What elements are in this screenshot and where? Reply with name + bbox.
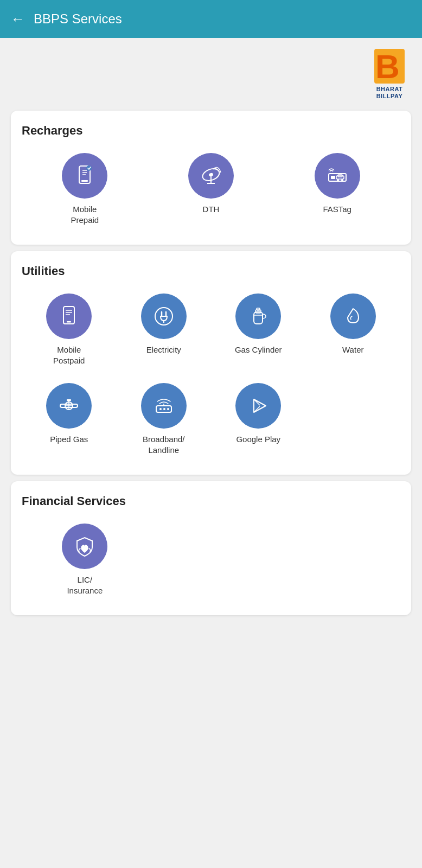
mobile-postpaid-label: MobilePostpaid: [53, 344, 85, 366]
financial-grid: LIC/Insurance: [22, 519, 400, 600]
dth-icon: [199, 164, 223, 188]
recharges-card: Recharges MobilePrepaid: [11, 111, 411, 245]
svg-text:B: B: [375, 48, 400, 85]
google-play-icon: [246, 394, 270, 418]
brand-name-label: BHARATBILLPAY: [376, 86, 403, 100]
electricity-icon: [152, 304, 176, 328]
fastag-label: FASTag: [323, 204, 351, 215]
utilities-item-mobile-postpaid[interactable]: MobilePostpaid: [22, 289, 117, 370]
piped-gas-icon-circle: [46, 383, 92, 429]
bharat-billpay-logo: B BHARATBILLPAY: [370, 47, 409, 100]
svg-rect-16: [67, 321, 71, 323]
utilities-item-gas-cylinder[interactable]: Gas Cylinder: [211, 289, 306, 370]
svg-rect-21: [257, 308, 260, 310]
electricity-label: Electricity: [146, 344, 181, 355]
svg-point-30: [159, 408, 162, 410]
utilities-item-broadband[interactable]: Broadband/Landline: [117, 379, 212, 459]
google-play-label: Google Play: [236, 434, 280, 445]
svg-rect-11: [336, 176, 344, 179]
utilities-row1: MobilePostpaid Electricity: [22, 289, 400, 370]
recharges-grid: MobilePrepaid DTH: [22, 149, 400, 229]
water-icon: [341, 304, 365, 328]
mobile-prepaid-icon-circle: [62, 153, 107, 199]
recharges-item-fastag[interactable]: FASTag: [274, 149, 400, 229]
svg-point-8: [208, 173, 214, 177]
app-header: ← BBPS Services: [0, 0, 422, 38]
page-title: BBPS Services: [34, 11, 122, 27]
water-label: Water: [342, 344, 363, 355]
billpay-logo-icon: B: [370, 47, 409, 86]
svg-rect-10: [331, 176, 335, 179]
utilities-row2: Piped Gas Broadband/Landline: [22, 379, 400, 459]
svg-rect-26: [67, 399, 71, 401]
mobile-prepaid-label: MobilePrepaid: [71, 204, 99, 225]
lic-label: LIC/Insurance: [67, 575, 103, 596]
recharges-title: Recharges: [22, 124, 400, 138]
utilities-item-google-play[interactable]: Google Play: [211, 379, 306, 459]
svg-point-14: [341, 179, 343, 181]
mobile-postpaid-icon: [57, 304, 81, 328]
fastag-icon-circle: [315, 153, 360, 199]
svg-rect-19: [254, 312, 263, 324]
broadband-icon-circle: [141, 383, 187, 429]
back-button[interactable]: ←: [11, 11, 25, 28]
recharges-item-mobile-prepaid[interactable]: MobilePrepaid: [22, 149, 148, 229]
water-icon-circle: [330, 293, 376, 339]
gas-cylinder-icon-circle: [235, 293, 281, 339]
mobile-postpaid-icon-circle: [46, 293, 92, 339]
dth-icon-circle: [188, 153, 234, 199]
brand-area: B BHARATBILLPAY: [0, 38, 422, 104]
recharges-item-dth[interactable]: DTH: [148, 149, 274, 229]
fastag-icon: [325, 164, 349, 188]
svg-point-13: [337, 179, 339, 181]
financial-services-card: Financial Services LIC/Insurance: [11, 481, 411, 615]
broadband-label: Broadband/Landline: [143, 434, 185, 455]
google-play-icon-circle: [235, 383, 281, 429]
lic-icon: [73, 534, 97, 558]
svg-point-4: [86, 165, 92, 171]
utilities-card: Utilities MobilePostpaid: [11, 251, 411, 475]
utilities-title: Utilities: [22, 264, 400, 278]
broadband-icon: [152, 394, 176, 418]
svg-rect-3: [81, 180, 88, 182]
utilities-item-water[interactable]: Water: [306, 289, 401, 370]
utilities-item-piped-gas[interactable]: Piped Gas: [22, 379, 117, 459]
electricity-icon-circle: [141, 293, 187, 339]
lic-icon-circle: [62, 524, 107, 569]
gas-cylinder-label: Gas Cylinder: [235, 344, 282, 355]
gas-cylinder-icon: [246, 304, 270, 328]
financial-item-lic[interactable]: LIC/Insurance: [22, 519, 148, 600]
utilities-item-electricity[interactable]: Electricity: [117, 289, 212, 370]
svg-point-32: [167, 408, 169, 410]
piped-gas-icon: [57, 394, 81, 418]
dth-label: DTH: [203, 204, 220, 215]
piped-gas-label: Piped Gas: [50, 434, 88, 445]
svg-point-31: [163, 408, 165, 410]
mobile-prepaid-icon: [73, 164, 97, 188]
financial-services-title: Financial Services: [22, 494, 400, 508]
